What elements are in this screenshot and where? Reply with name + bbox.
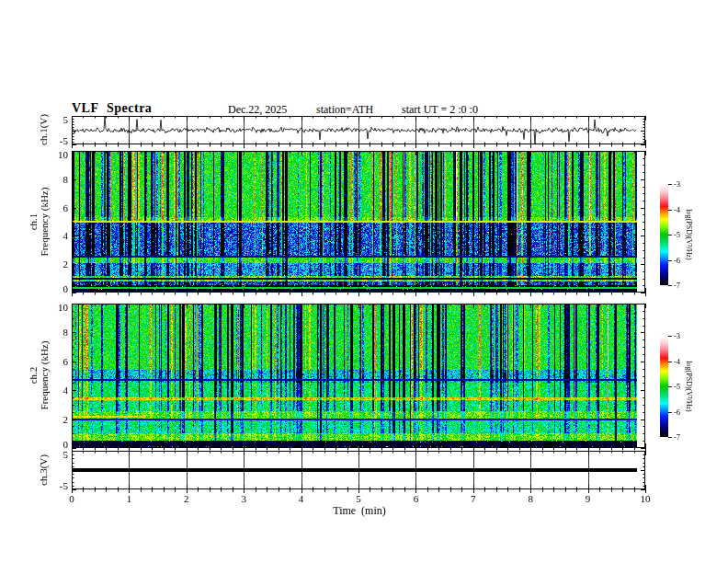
y-tick-label: 2 [39,414,68,425]
y-tick-label: 10 [39,149,68,160]
ch2-frequency-axis-label-line1: ch.2 [28,341,39,410]
colorbar-ch1-label: log(PSD)(V²/Hz) [685,209,693,259]
y-tick-label: 6 [39,356,68,367]
y-tick-label: 2 [39,259,68,270]
y-tick-label: 6 [39,202,68,213]
y-tick-label: -5 [39,480,68,491]
x-tick-label: 10 [641,493,651,504]
x-tick-label: 5 [356,493,361,504]
colorbar-tick-label: -4 [674,357,680,366]
colorbar-tick-label: -3 [674,331,680,340]
y-tick-label: 4 [39,230,68,241]
colorbar-tick-label: -3 [674,179,680,189]
y-tick-label: 0 [39,283,68,294]
x-tick-label: 6 [414,493,419,504]
x-tick-label: 0 [69,493,74,504]
colorbar-tick-label: -5 [674,382,680,391]
ch1-frequency-axis-label-line1: ch.1 [28,188,39,257]
y-tick-label: 8 [39,327,68,338]
y-tick-label: -5 [39,135,68,146]
x-tick-label: 1 [127,493,132,504]
time-axis-label: Time (min) [333,504,386,518]
colorbar-tick-label: -6 [674,256,680,265]
x-tick-label: 8 [528,493,533,504]
y-tick-label: 10 [39,302,68,313]
x-tick-label: 3 [241,493,246,504]
ch2-frequency-axis-label-line2: Frequency (kHz) [39,341,50,410]
ch1-frequency-axis-label: ch.1 Frequency (kHz) [28,188,50,257]
colorbar-tick-label: -5 [674,230,680,239]
x-tick-label: 7 [471,493,476,504]
y-tick-label: 5 [39,114,68,125]
colorbar-tick-label: -7 [674,432,680,442]
vlf-spectra-plot: VLF Spectra Dec.22, 2025 station=ATH sta… [0,0,728,563]
colorbar-tick-label: -6 [674,408,680,417]
y-tick-label: 8 [39,174,68,185]
y-tick-label: 4 [39,385,68,396]
ch2-frequency-axis-label: ch.2 Frequency (kHz) [28,341,50,410]
colorbar-ch2-label: log(PSD)(V²/Hz) [685,361,693,411]
colorbar-tick-label: -7 [674,281,680,290]
axes-ticks-overlay [0,0,728,563]
x-tick-label: 4 [299,493,304,504]
colorbar-tick-label: -4 [674,205,680,214]
x-tick-label: 2 [184,493,189,504]
x-tick-label: 9 [586,493,591,504]
y-tick-label: 5 [39,449,68,460]
ch1-frequency-axis-label-line2: Frequency (kHz) [39,188,50,257]
